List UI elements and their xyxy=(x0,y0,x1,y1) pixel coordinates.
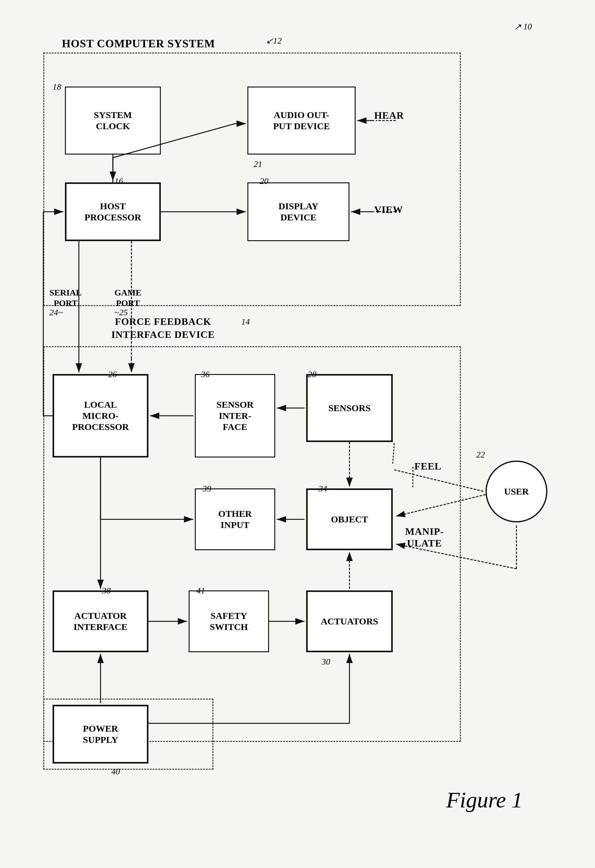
ref-20: 20 xyxy=(260,176,268,186)
user-circle: USER xyxy=(485,461,548,523)
view-label: VIEW xyxy=(374,204,403,216)
ref-24: 24~ xyxy=(49,307,63,317)
force-feedback-label: FORCE FEEDBACKINTERFACE DEVICE xyxy=(111,315,215,341)
hear-label: HEAR xyxy=(374,110,404,121)
figure-caption: Figure 1 xyxy=(446,787,522,813)
sensors-block: SENSORS xyxy=(306,374,393,442)
ref-39: 39 xyxy=(203,484,211,494)
diagram-container: 10 ↗ HOST COMPUTER SYSTEM ↙12 SYSTEMCLOC… xyxy=(25,19,569,838)
display-device-block: DISPLAYDEVICE xyxy=(247,182,349,241)
serial-port-label: SERIALPORT xyxy=(49,288,81,308)
ref-40: 40 xyxy=(111,767,120,776)
ref-28: 28 xyxy=(308,369,316,379)
ref-14: 14 xyxy=(241,317,250,327)
system-clock-block: SYSTEMCLOCK xyxy=(65,87,161,155)
ref-38: 38 xyxy=(102,586,111,596)
host-computer-label: HOST COMPUTER SYSTEM xyxy=(62,37,215,50)
ref-34: 34 xyxy=(318,484,327,494)
game-port-label: GAMEPORT xyxy=(114,288,141,308)
ref-16: 16 xyxy=(114,176,123,186)
ref-12: ↙12 xyxy=(266,35,282,46)
other-input-block: OTHERINPUT xyxy=(195,489,275,550)
ref-41: 41 xyxy=(196,586,205,596)
ref-10: 10 xyxy=(523,22,532,31)
ref-18: 18 xyxy=(53,82,61,92)
ref-26: 26 xyxy=(108,369,117,379)
audio-output-block: AUDIO OUT-PUT DEVICE xyxy=(247,87,356,155)
object-block: OBJECT xyxy=(306,489,393,550)
local-microprocessor-block: LOCALMICRO-PROCESSOR xyxy=(53,374,148,458)
ref-22: 22 xyxy=(476,450,485,460)
feel-label: FEEL xyxy=(414,461,442,472)
ref-21: 21 xyxy=(254,159,262,169)
ref-10-arrow: ↗ xyxy=(514,22,521,32)
safety-switch-block: SAFETYSWITCH xyxy=(189,590,269,652)
sensor-interface-block: SENSORINTER-FACE xyxy=(195,374,275,458)
power-supply-block: POWERSUPPLY xyxy=(53,705,148,763)
actuators-block: ACTUATORS xyxy=(306,590,393,652)
ref-36: 36 xyxy=(201,369,210,379)
manipulate-label: MANIP-ULATE xyxy=(405,526,444,549)
actuator-interface-block: ACTUATORINTERFACE xyxy=(53,590,148,652)
ref-30: 30 xyxy=(322,657,330,667)
host-processor-block: HOSTPROCESSOR xyxy=(65,182,161,241)
